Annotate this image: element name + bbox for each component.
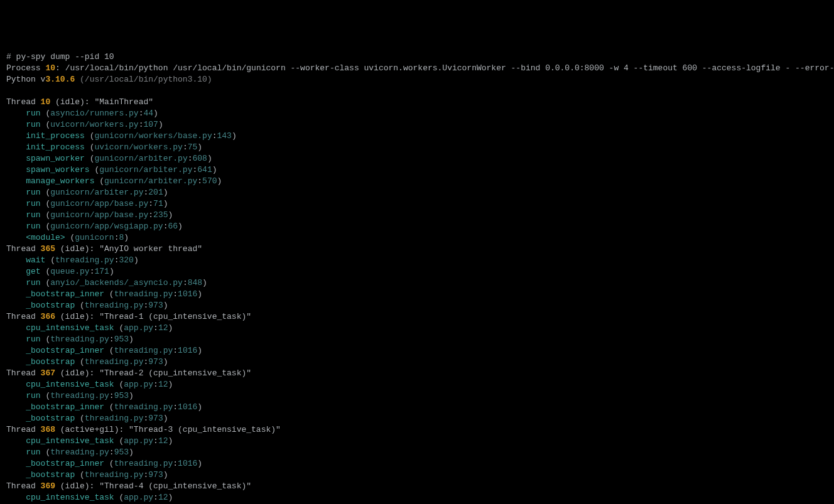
thread-status-name: (idle): "AnyIO worker thread" <box>55 244 202 254</box>
close-paren: ) <box>129 448 134 457</box>
frame-line-number: 320 <box>119 255 133 265</box>
frame-line-number: 848 <box>188 278 202 287</box>
frame-line-number: 75 <box>188 142 198 152</box>
thread-status-name: (idle): "Thread-4 (cpu_intensive_task)" <box>55 481 251 491</box>
frame-function: _bootstrap <box>26 470 75 480</box>
close-paren: ) <box>163 470 168 480</box>
frame-line-number: 44 <box>143 109 153 118</box>
stack-frame: spawn_worker (gunicorn/arbiter.py:608) <box>6 153 828 164</box>
frame-path: gunicorn/arbiter.py <box>99 165 192 174</box>
frame-line-number: 1016 <box>178 459 197 468</box>
frame-indent <box>6 346 26 355</box>
open-paren: ( <box>114 493 124 502</box>
frame-path: uvicorn/workers.py <box>50 120 138 129</box>
frame-path: threading.py <box>114 402 173 412</box>
close-paren: ) <box>163 301 168 310</box>
close-paren: ) <box>129 391 134 400</box>
thread-header: Thread 368 (active+gil): "Thread-3 (cpu_… <box>6 424 828 436</box>
colon: : <box>197 176 202 186</box>
colon: : <box>153 493 158 502</box>
frame-line-number: 71 <box>153 199 163 208</box>
stack-frame: cpu_intensive_task (app.py:12) <box>6 379 828 390</box>
frame-indent <box>6 233 26 242</box>
frame-path: threading.py <box>85 470 144 480</box>
close-paren: ) <box>124 233 129 242</box>
frame-indent <box>6 255 26 265</box>
stack-frame: _bootstrap_inner (threading.py:1016) <box>6 289 828 300</box>
frame-function: run <box>26 335 40 344</box>
frame-indent <box>6 323 26 333</box>
open-paren: ( <box>85 154 95 163</box>
frame-path: gunicorn/app/base.py <box>50 210 148 220</box>
frame-path: threading.py <box>50 335 109 344</box>
python-path: (/usr/local/bin/python3.10) <box>75 75 212 84</box>
open-paren: ( <box>45 255 55 265</box>
frame-function: _bootstrap_inner <box>26 289 104 299</box>
colon: : <box>188 154 193 163</box>
frame-indent <box>6 402 26 412</box>
open-paren: ( <box>65 233 75 242</box>
thread-label: Thread <box>6 312 41 321</box>
python-prefix: Python v <box>6 75 45 84</box>
frame-function: run <box>26 391 40 400</box>
frame-path: threading.py <box>85 414 144 423</box>
frame-indent <box>6 188 26 197</box>
open-paren: ( <box>41 267 51 276</box>
colon: : <box>173 289 178 299</box>
frame-function: init_process <box>26 142 85 152</box>
frame-indent <box>6 278 26 287</box>
stack-frame: run (gunicorn/app/base.py:71) <box>6 198 828 210</box>
frame-path: threading.py <box>50 448 109 457</box>
close-paren: ) <box>163 414 168 423</box>
close-paren: ) <box>109 267 114 276</box>
terminal-output[interactable]: # py-spy dump --pid 10Process 10: /usr/l… <box>6 51 828 504</box>
frame-indent <box>6 335 26 344</box>
stack-frame: manage_workers (gunicorn/arbiter.py:570) <box>6 176 828 187</box>
open-paren: ( <box>41 278 51 287</box>
close-paren: ) <box>158 120 163 129</box>
frame-function: run <box>26 278 40 287</box>
open-paren: ( <box>85 142 95 152</box>
open-paren: ( <box>104 289 114 299</box>
stack-frame: wait (threading.py:320) <box>6 255 828 266</box>
stack-frame: init_process (uvicorn/workers.py:75) <box>6 142 828 153</box>
frame-line-number: 973 <box>148 470 163 480</box>
colon: : <box>153 380 158 389</box>
frame-indent <box>6 436 26 446</box>
command-line[interactable]: # py-spy dump --pid 10 <box>6 51 828 63</box>
frame-line-number: 12 <box>158 323 168 333</box>
frame-function: _bootstrap_inner <box>26 346 104 355</box>
frame-path: threading.py <box>55 255 114 265</box>
frame-line-number: 608 <box>193 154 207 163</box>
frame-indent <box>6 391 26 400</box>
process-label: Process <box>6 63 45 73</box>
frame-function: cpu_intensive_task <box>26 436 114 446</box>
frame-line-number: 143 <box>217 131 232 141</box>
frame-indent <box>6 448 26 457</box>
process-args: : /usr/local/bin/python /usr/local/bin/g… <box>55 63 834 73</box>
frame-path: gunicorn <box>75 233 114 242</box>
frame-indent <box>6 109 26 118</box>
thread-header: Thread 366 (idle): "Thread-1 (cpu_intens… <box>6 311 828 323</box>
frame-line-number: 12 <box>158 493 168 502</box>
stack-frame: run (anyio/_backends/_asyncio.py:848) <box>6 277 828 289</box>
open-paren: ( <box>41 120 51 129</box>
frame-path: app.py <box>124 380 153 389</box>
frame-path: gunicorn/workers/base.py <box>94 131 212 141</box>
close-paren: ) <box>168 323 173 333</box>
thread-id: 365 <box>41 244 55 254</box>
open-paren: ( <box>75 414 85 423</box>
close-paren: ) <box>168 493 173 502</box>
thread-id: 366 <box>41 312 55 321</box>
open-paren: ( <box>41 199 51 208</box>
frame-path: gunicorn/app/base.py <box>50 199 148 208</box>
close-paren: ) <box>178 222 183 231</box>
frame-line-number: 1016 <box>178 289 197 299</box>
stack-frame: _bootstrap_inner (threading.py:1016) <box>6 458 828 469</box>
stack-frame: spawn_workers (gunicorn/arbiter.py:641) <box>6 164 828 176</box>
close-paren: ) <box>168 210 173 220</box>
close-paren: ) <box>134 255 139 265</box>
frame-function: init_process <box>26 131 85 141</box>
stack-frame: run (gunicorn/app/wsgiapp.py:66) <box>6 221 828 232</box>
frame-function: get <box>26 267 40 276</box>
